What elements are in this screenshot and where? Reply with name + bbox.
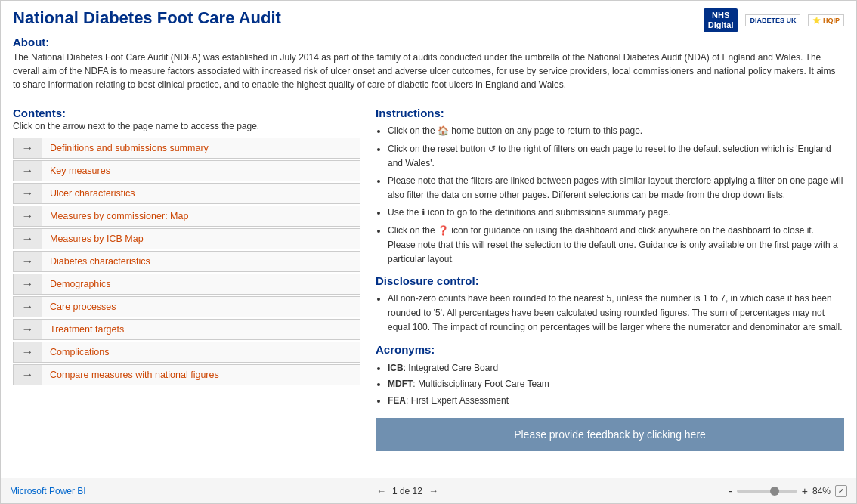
page-indicator: 1 de 12 (392, 486, 422, 496)
nav-arrow-0[interactable]: → (14, 138, 42, 158)
nav-item[interactable]: → Demographics (13, 274, 360, 295)
diabetes-uk-logo: DIABETES UK (745, 14, 800, 26)
powerbi-link[interactable]: Microsoft Power BI (10, 486, 86, 496)
nav-label-3: Measures by commissioner: Map (42, 206, 360, 226)
nav-label-2: Ulcer characteristics (42, 184, 360, 203)
right-column: Instructions: Click on the 🏠 home button… (376, 107, 844, 468)
nav-item[interactable]: → Measures by commissioner: Map (13, 206, 360, 227)
nav-label-6: Demographics (42, 274, 360, 294)
prev-page-button[interactable]: ← (376, 485, 386, 496)
hqip-logo: ⭐ HQIP (808, 14, 844, 26)
nav-label-8: Treatment targets (42, 320, 360, 339)
zoom-level: 84% (812, 486, 831, 496)
acronym-item-0: ICB: Integrated Care Board (388, 360, 844, 377)
about-text: The National Diabetes Foot Care Audit (N… (13, 51, 844, 91)
main-container: National Diabetes Foot Care Audit NHSDig… (0, 0, 857, 504)
instructions-heading: Instructions: (376, 107, 844, 119)
nav-label-1: Key measures (42, 161, 360, 181)
nav-arrow-4[interactable]: → (14, 229, 42, 249)
nav-item[interactable]: → Compare measures with national figures (13, 364, 360, 385)
nav-item[interactable]: → Complications (13, 342, 360, 363)
disclosure-item-0: All non-zero counts have been rounded to… (388, 292, 844, 335)
next-page-button[interactable]: → (428, 485, 438, 496)
nhs-logo: NHSDigital (704, 8, 738, 32)
expand-icon[interactable]: ⤢ (835, 485, 847, 497)
acronyms-list: ICB: Integrated Care BoardMDFT: Multidis… (376, 360, 844, 410)
nav-item[interactable]: → Measures by ICB Map (13, 228, 360, 249)
nav-item[interactable]: → Ulcer characteristics (13, 183, 360, 204)
feedback-button[interactable]: Please provide feedback by clicking here (376, 418, 844, 451)
nav-label-10: Compare measures with national figures (42, 365, 360, 385)
logos: NHSDigital DIABETES UK ⭐ HQIP (704, 8, 844, 32)
nav-item[interactable]: → Care processes (13, 296, 360, 317)
page-header: National Diabetes Foot Care Audit NHSDig… (1, 1, 856, 32)
nav-arrow-8[interactable]: → (14, 320, 42, 339)
nav-arrow-10[interactable]: → (14, 365, 42, 385)
about-heading: About: (13, 36, 844, 48)
disclosure-heading: Disclosure control: (376, 274, 844, 287)
nav-label-7: Care processes (42, 297, 360, 317)
zoom-controls: - + 84% ⤢ (729, 485, 847, 497)
nav-arrow-6[interactable]: → (14, 274, 42, 294)
contents-subtext: Click on the arrow next to the page name… (13, 121, 360, 131)
content-area: Contents: Click on the arrow next to the… (1, 97, 856, 478)
page-title: National Diabetes Foot Care Audit (13, 8, 281, 28)
instruction-item-2: Please note that the filters are linked … (388, 174, 844, 203)
nav-label-5: Diabetes characteristics (42, 252, 360, 271)
acronym-item-2: FEA: First Expert Assessment (388, 393, 844, 410)
nav-arrow-5[interactable]: → (14, 252, 42, 271)
left-column: Contents: Click on the arrow next to the… (13, 107, 360, 468)
instruction-item-4: Click on the ❓ icon for guidance on usin… (388, 224, 844, 267)
nav-label-4: Measures by ICB Map (42, 229, 360, 249)
nav-item[interactable]: → Definitions and submissions summary (13, 138, 360, 159)
nav-arrow-3[interactable]: → (14, 206, 42, 226)
contents-heading: Contents: (13, 107, 360, 119)
nav-arrow-2[interactable]: → (14, 184, 42, 203)
disclosure-list: All non-zero counts have been rounded to… (376, 292, 844, 335)
instructions-list: Click on the 🏠 home button on any page t… (376, 124, 844, 267)
bottom-bar: Microsoft Power BI ← 1 de 12 → - + 84% ⤢ (1, 478, 856, 503)
zoom-minus[interactable]: - (729, 485, 732, 497)
instruction-item-3: Use the ℹ icon to go to the definitions … (388, 206, 844, 220)
instruction-item-0: Click on the 🏠 home button on any page t… (388, 124, 844, 138)
acronyms-heading: Acronyms: (376, 343, 844, 356)
nav-arrow-9[interactable]: → (14, 342, 42, 362)
nav-item[interactable]: → Key measures (13, 160, 360, 181)
nav-label-9: Complications (42, 342, 360, 362)
zoom-slider[interactable] (737, 490, 797, 493)
nav-arrow-7[interactable]: → (14, 297, 42, 317)
nav-items: → Definitions and submissions summary → … (13, 138, 360, 387)
instruction-item-1: Click on the reset button ↺ to the right… (388, 142, 844, 171)
nav-item[interactable]: → Treatment targets (13, 319, 360, 340)
nav-arrow-1[interactable]: → (14, 161, 42, 181)
nav-item[interactable]: → Diabetes characteristics (13, 251, 360, 272)
about-section: About: The National Diabetes Foot Care A… (1, 32, 856, 97)
nav-label-0: Definitions and submissions summary (42, 138, 360, 158)
pagination: ← 1 de 12 → (376, 485, 438, 496)
zoom-plus[interactable]: + (802, 485, 808, 497)
acronym-item-1: MDFT: Multidisciplinary Foot Care Team (388, 376, 844, 393)
